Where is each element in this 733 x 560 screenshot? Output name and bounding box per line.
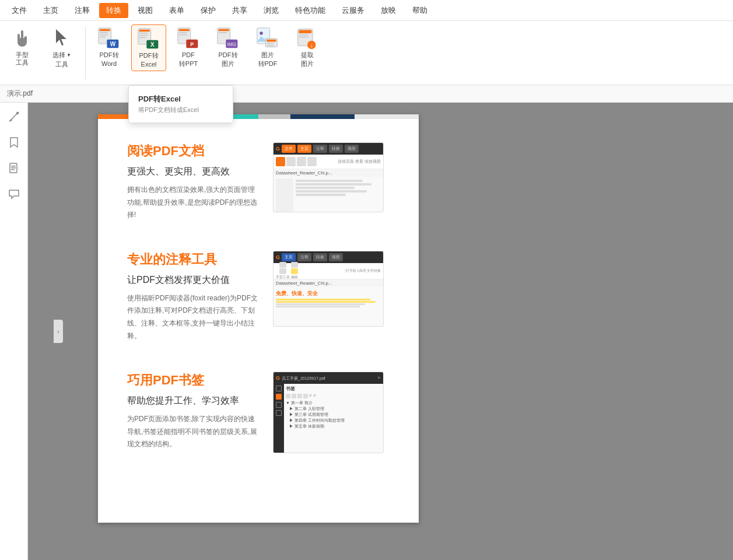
menu-form[interactable]: 表单: [162, 3, 191, 18]
mini-content-line3: [296, 187, 355, 189]
mini-ann-highlight: [291, 268, 298, 274]
mini-bm-tb2: [292, 394, 296, 398]
mini-bm-toolbar: A' A': [286, 394, 381, 398]
svg-rect-22: [219, 29, 229, 32]
svg-rect-17: [179, 32, 188, 33]
image-to-pdf-button[interactable]: 图片 转PDF: [250, 24, 285, 70]
feature-bookmark-subtitle: 帮助您提升工作、学习效率: [127, 395, 261, 407]
cursor-icon: [50, 27, 73, 50]
menu-help[interactable]: 帮助: [405, 3, 434, 18]
svg-rect-23: [219, 32, 227, 33]
menu-view[interactable]: 视图: [131, 3, 160, 18]
svg-rect-4: [100, 34, 108, 36]
select-tool-button[interactable]: 选择▼ 工具: [44, 24, 79, 71]
svg-rect-12: [139, 37, 146, 38]
toolbar: 手型工具 选择▼ 工具 W PDF转 Word: [0, 21, 733, 85]
svg-rect-11: [139, 35, 148, 36]
doc-area: 阅读PDF文档 更强大、更实用、更高效 拥有出色的文档渲染效果,强大的页面管理功…: [28, 103, 733, 560]
dropdown-pdf-excel-item[interactable]: PDF转Excel 将PDF文档转成Excel: [129, 90, 233, 118]
pdf-to-excel-button[interactable]: X PDF转 Excel: [131, 24, 166, 71]
feature-read-section: 阅读PDF文档 更强大、更实用、更高效 拥有出色的文档渲染效果,强大的页面管理功…: [127, 142, 390, 222]
menu-protect[interactable]: 保护: [194, 3, 223, 18]
mini-content-line5: [296, 194, 346, 196]
mini-bm-item1: ▼ 第一章 简介: [286, 400, 381, 406]
mini-bookmark-preview: G 员工手册_20120917.pdf ✕: [273, 372, 384, 453]
item2-icon: ▶: [289, 407, 293, 411]
hand-tool-button[interactable]: 手型工具: [5, 24, 40, 69]
svg-rect-42: [11, 167, 16, 169]
left-sidebar: [0, 103, 28, 560]
menu-browse[interactable]: 浏览: [257, 3, 286, 18]
mini-bm-item4: ▶ 第四章 工作时间与勤怠管理: [286, 418, 381, 424]
pdf-excel-dropdown: PDF转Excel 将PDF文档转成Excel: [128, 85, 233, 123]
svg-rect-30: [266, 40, 276, 42]
mini-bm-topbar: G 员工手册_20120917.pdf ✕: [273, 372, 383, 384]
sidebar-comment-icon[interactable]: [5, 184, 23, 203]
menu-cloud[interactable]: 云服务: [335, 3, 371, 18]
svg-rect-9: [139, 30, 150, 32]
mini-ann-tool2: [279, 268, 286, 274]
sidebar-bookmark-icon[interactable]: [5, 133, 23, 152]
image-pdf-icon: [256, 27, 279, 50]
feature-annotate-preview: G 主页 注释 转换 视图: [273, 251, 390, 342]
collapse-toggle[interactable]: ›: [54, 320, 63, 343]
dropdown-pdf-excel-desc: 将PDF文档转成Excel: [138, 106, 223, 114]
svg-text:P: P: [190, 41, 194, 47]
main-area: › 阅读PDF文档 更强大、更实用: [0, 103, 733, 560]
mini-tool-copy: [297, 157, 306, 166]
svg-text:W: W: [110, 41, 116, 47]
svg-rect-32: [266, 45, 274, 46]
preview-panel: 阅读PDF文档 更强大、更实用、更高效 拥有出色的文档渲染效果,强大的页面管理功…: [98, 114, 419, 523]
mini-ann-edit: [291, 262, 298, 268]
mini-tab-file: 文件: [282, 145, 296, 153]
sidebar-pages-icon[interactable]: [5, 159, 23, 177]
mini-bm-title: 书签: [286, 386, 381, 392]
mini-annotate-topbar: G 主页 注释 转换 视图: [273, 251, 383, 263]
pdf-to-image-button[interactable]: IMG PDF转 图片: [211, 24, 245, 70]
mini-ann-line2: [276, 306, 360, 307]
mini-bm-tb1: [286, 394, 290, 398]
menu-share[interactable]: 共享: [225, 3, 254, 18]
svg-text:IMG: IMG: [227, 42, 236, 47]
feature-annotate-title: 专业的注释工具: [127, 251, 261, 268]
feature-read-title: 阅读PDF文档: [127, 142, 261, 160]
svg-text:X: X: [150, 41, 155, 48]
svg-point-27: [259, 32, 262, 34]
extract-image-button[interactable]: ↓ 提取 图片: [290, 24, 325, 70]
mini-read-body: [273, 178, 383, 212]
feature-read-subtitle: 更强大、更实用、更高效: [127, 166, 261, 178]
feature-read-desc: 拥有出色的文档渲染效果,强大的页面管理功能,帮助提升效率,是您阅读PDF的理想选…: [127, 184, 261, 222]
feature-read-text: 阅读PDF文档 更强大、更实用、更高效 拥有出色的文档渲染效果,强大的页面管理功…: [127, 142, 261, 222]
doc-area-inner: 阅读PDF文档 更强大、更实用、更高效 拥有出色的文档渲染效果,强大的页面管理功…: [28, 103, 733, 560]
mini-bm-body: 书签 A' A': [273, 384, 383, 453]
pdf-to-ppt-button[interactable]: P PDF 转PPT: [171, 24, 206, 70]
svg-rect-16: [179, 29, 190, 32]
mini-tab-view: 视图: [345, 145, 359, 153]
svg-rect-10: [139, 33, 148, 34]
pdf-image-label: PDF转: [219, 51, 238, 59]
topbar-darkblue: [290, 114, 355, 119]
mini-read-thumbnail: [276, 178, 293, 212]
mini-content-line2: [296, 183, 371, 186]
svg-rect-36: [299, 36, 308, 37]
menu-annotate[interactable]: 注释: [68, 3, 97, 18]
feature-bookmark-desc: 为PDF页面添加书签,除了实现内容的快速导航,书签还能指明不同书签的层级关系,展…: [127, 413, 261, 451]
mini-ann-highlight-text: 免费、快速、安全: [276, 290, 381, 298]
pdf-to-word-button[interactable]: W PDF转 Word: [92, 24, 127, 70]
menu-slideshow[interactable]: 放映: [374, 3, 403, 18]
mini-annotate-tab: 主页: [282, 253, 296, 261]
item3-icon: ▶: [289, 412, 293, 416]
mini-read-content: [294, 178, 381, 212]
topbar-gray: [258, 114, 290, 119]
menu-convert[interactable]: 转换: [99, 3, 128, 18]
image-pdf-label2: 转PDF: [258, 60, 278, 68]
sidebar-pencil-icon[interactable]: [5, 107, 23, 126]
menu-features[interactable]: 特色功能: [288, 3, 332, 18]
mini-tool-select: [286, 157, 296, 166]
mini-tool-group: 手型工具: [276, 262, 290, 280]
menu-home[interactable]: 主页: [36, 3, 65, 18]
mini-bm-item3: ▶ 第三章 试用期管理: [286, 412, 381, 418]
menu-file[interactable]: 文件: [5, 3, 34, 18]
image-pdf-label: 图片: [261, 51, 274, 59]
mini-tab-annotate: 注释: [313, 145, 327, 153]
